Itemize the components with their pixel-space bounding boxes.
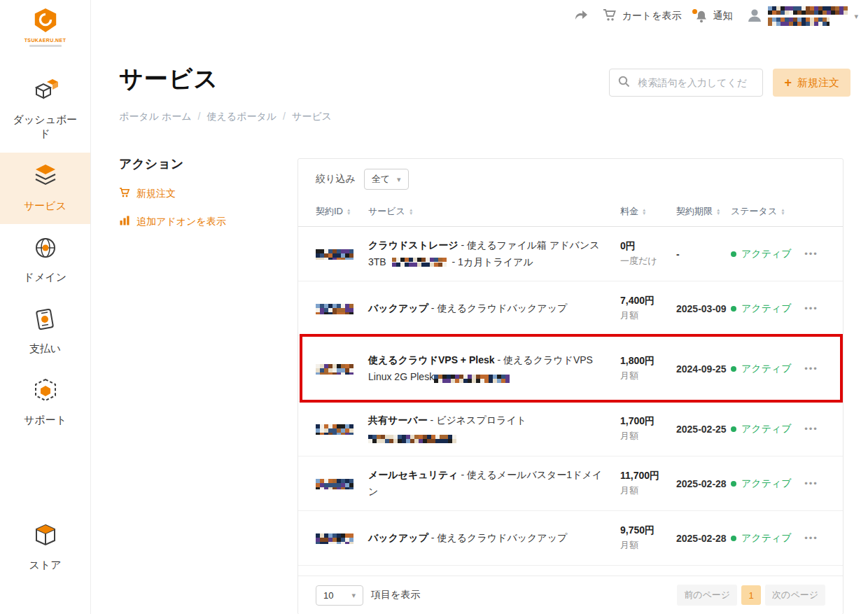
invoice-icon <box>31 305 59 336</box>
logo-text: TSUKAERU.NET <box>24 38 66 43</box>
redacted-contract-id <box>316 479 354 489</box>
price-period: 一度だけ <box>620 255 676 267</box>
redacted-text <box>392 258 447 267</box>
table-row[interactable]: メールセキュリティ - 使えるメールバスター1ドメイン 11,700円月額 20… <box>298 456 843 511</box>
row-menu-button[interactable] <box>804 478 818 489</box>
price-period: 月額 <box>620 309 676 322</box>
search-box <box>609 69 763 97</box>
breadcrumb-home[interactable]: ポータル ホーム <box>119 111 192 123</box>
cart-icon <box>603 8 617 24</box>
logo-icon <box>30 7 61 36</box>
expiry-date: 2025-02-28 <box>676 533 731 544</box>
price-period: 月額 <box>620 430 676 442</box>
sidebar-item-label: ストア <box>11 558 80 572</box>
breadcrumb-services: サービス <box>276 111 332 123</box>
search-input[interactable] <box>636 76 754 89</box>
cart-button[interactable]: カートを表示 <box>603 8 681 24</box>
column-status[interactable]: ステータス <box>731 205 797 218</box>
chevron-down-icon <box>351 592 356 599</box>
notifications-label: 通知 <box>713 10 732 22</box>
row-menu-button[interactable] <box>804 303 818 314</box>
share-icon[interactable] <box>573 8 589 24</box>
table-row[interactable]: 共有サーバー - ビジネスプロライト 1,700円月額 2025-02-25 ア… <box>298 402 843 456</box>
sidebar-item-billing[interactable]: 支払い <box>0 295 90 367</box>
expiry-date: - <box>676 249 731 260</box>
logo[interactable]: TSUKAERU.NET <box>0 0 90 47</box>
column-expiry[interactable]: 契約期限 <box>676 205 731 218</box>
bell-icon <box>695 10 708 23</box>
breadcrumb-portal[interactable]: 使えるポータル <box>192 111 277 123</box>
column-contract-id[interactable]: 契約ID <box>316 205 368 218</box>
sidebar-item-domain[interactable]: ドメイン <box>0 224 90 295</box>
action-show-addons[interactable]: 追加アドオンを表示 <box>119 215 280 228</box>
status-badge: アクティブ <box>731 477 797 490</box>
app-window: TSUKAERU.NET ダッシュボード サービス ドメイン <box>0 0 868 614</box>
new-order-button[interactable]: 新規注文 <box>773 69 850 97</box>
sort-icon <box>780 208 785 215</box>
status-badge: アクティブ <box>731 363 797 375</box>
page-size-select[interactable]: 10 <box>316 585 363 606</box>
page-title: サービス <box>119 63 218 95</box>
price-period: 月額 <box>620 484 676 497</box>
table-footer: 10 項目を表示 前のページ 1 次のページ <box>298 575 843 614</box>
services-table-card: 絞り込み 全て 契約ID サービス 料金 契約期限 ステータス クラウドストレー… <box>298 158 844 614</box>
column-service[interactable]: サービス <box>368 205 620 218</box>
sort-icon <box>716 208 720 215</box>
store-box-icon <box>31 522 59 552</box>
sort-icon <box>642 208 646 215</box>
redacted-text <box>768 18 830 27</box>
expiry-date: 2025-02-28 <box>676 478 731 489</box>
price: 9,750円 <box>620 524 676 537</box>
status-dot <box>731 366 736 372</box>
prev-page-button[interactable]: 前のページ <box>677 585 737 606</box>
action-new-order[interactable]: 新規注文 <box>119 187 280 200</box>
cart-label: カートを表示 <box>622 10 681 22</box>
next-page-button[interactable]: 次のページ <box>765 585 825 606</box>
filter-dropdown[interactable]: 全て <box>364 169 409 190</box>
sidebar-item-dashboard[interactable]: ダッシュボード <box>0 67 90 153</box>
row-menu-button[interactable] <box>804 249 818 259</box>
user-menu[interactable] <box>746 6 858 27</box>
table-header: 契約ID サービス 料金 契約期限 ステータス <box>298 198 843 227</box>
table-row[interactable]: バックアップ - 使えるクラウドバックアップ 7,400円月額 2025-03-… <box>298 281 843 336</box>
sidebar-item-label: ダッシュボード <box>11 113 80 141</box>
status-badge: アクティブ <box>731 532 797 545</box>
column-price[interactable]: 料金 <box>620 205 676 218</box>
notifications-button[interactable]: 通知 <box>695 10 732 23</box>
table-row[interactable]: クラウドストレージ - 使えるファイル箱 アドバンス3TB - 1カ月トライアル… <box>298 227 843 281</box>
expiry-date: 2025-03-09 <box>676 303 731 314</box>
redacted-text <box>768 6 849 15</box>
price-period: 月額 <box>620 539 676 552</box>
redacted-contract-id <box>316 424 354 435</box>
header-actions: 新規注文 <box>609 69 850 97</box>
row-menu-button[interactable] <box>804 424 818 434</box>
status-dot <box>731 251 736 257</box>
sidebar-item-support[interactable]: サポート <box>0 367 90 438</box>
sidebar-item-store[interactable]: ストア <box>0 512 90 583</box>
page-size-control: 10 項目を表示 <box>316 585 420 606</box>
globe-icon <box>31 234 59 265</box>
main-content: サービス ポータル ホーム 使えるポータル サービス 新規注文 アクション <box>91 32 868 614</box>
redacted-contract-id <box>316 533 354 544</box>
action-label: 追加アドオンを表示 <box>136 216 226 228</box>
status-badge: アクティブ <box>731 302 797 315</box>
sidebar-item-label: 支払い <box>11 342 80 356</box>
user-name-redacted <box>768 6 849 27</box>
chart-icon <box>119 215 130 228</box>
actions-panel: アクション 新規注文 追加アドオンを表示 <box>119 155 280 228</box>
status-badge: アクティブ <box>731 423 797 435</box>
topbar: カートを表示 通知 <box>91 0 868 32</box>
price: 7,400円 <box>620 295 676 307</box>
row-menu-button[interactable] <box>804 533 818 543</box>
sidebar-item-label: ドメイン <box>11 270 80 284</box>
row-menu-button[interactable] <box>804 363 818 374</box>
table-row[interactable]: バックアップ - 使えるクラウドバックアップ 9,750円月額 2025-02-… <box>298 511 843 566</box>
current-page[interactable]: 1 <box>741 585 761 605</box>
filter-label: 絞り込み <box>316 173 356 186</box>
pagination: 前のページ 1 次のページ <box>677 585 825 606</box>
new-order-label: 新規注文 <box>797 76 839 90</box>
sidebar-item-services[interactable]: サービス <box>0 153 90 224</box>
table-row-highlighted[interactable]: 使えるクラウドVPS + Plesk - 使えるクラウドVPS Linux 2G… <box>298 336 843 402</box>
redacted-contract-id <box>316 364 354 375</box>
sidebar-item-label: サービス <box>11 199 80 213</box>
